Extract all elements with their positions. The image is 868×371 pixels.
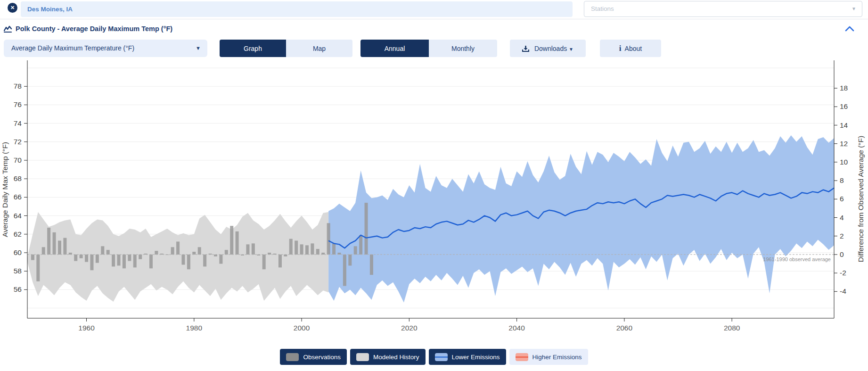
observation-bar (365, 203, 368, 255)
observation-bar (117, 255, 121, 266)
observation-bar (53, 232, 56, 255)
observation-bar (192, 252, 196, 255)
top-bar: ✕ Stations ▼ (0, 0, 868, 19)
observation-bar (236, 231, 239, 255)
observation-bar (112, 255, 115, 266)
monthly-tab[interactable]: Monthly (429, 40, 497, 57)
right-axis-title: Difference from Observed Average (°F) (857, 136, 865, 262)
observations-swatch (286, 353, 299, 361)
observation-bar (316, 249, 319, 255)
observed-average-label: 1961-1990 observed average (763, 256, 831, 262)
x-tick-label: 2040 (508, 324, 525, 332)
observation-bar (225, 250, 228, 255)
graph-tab[interactable]: Graph (220, 40, 286, 57)
observation-bar (198, 247, 201, 255)
observation-bar (219, 255, 222, 264)
right-tick-label: 18 (840, 84, 848, 92)
observation-bar (47, 228, 50, 255)
panel-title: Polk County - Average Daily Maximum Temp… (16, 25, 172, 33)
left-tick-label: 62 (14, 230, 22, 238)
right-tick-label: 2 (840, 232, 844, 240)
legend-label: Modeled History (373, 354, 419, 361)
right-tick-label: 4 (840, 214, 844, 222)
observation-bar (181, 255, 185, 265)
variable-select[interactable]: Average Daily Maximum Temperature (°F) ▼ (4, 40, 207, 57)
panel-title-row: Polk County - Average Daily Maximum Temp… (4, 25, 172, 33)
observation-bar (90, 255, 93, 270)
right-tick-label: 14 (840, 121, 848, 129)
right-tick-label: 12 (840, 140, 848, 148)
downloads-label: Downloads (534, 45, 567, 52)
observation-bar (354, 246, 357, 255)
right-tick-label: 8 (840, 176, 844, 184)
right-tick-label: 0 (840, 250, 844, 258)
legend-label: Lower Emissions (452, 354, 500, 361)
observation-bar (343, 255, 346, 286)
observation-bar (348, 255, 352, 266)
observation-bar (278, 255, 282, 267)
chart-canvas: 1961-1990 observed average78767472706866… (0, 58, 868, 342)
observation-bar (289, 239, 293, 255)
period-toggle: Annual Monthly (360, 40, 497, 57)
chart-legend: Observations Modeled History Lower Emiss… (0, 349, 868, 366)
observation-bar (187, 255, 190, 269)
left-axis-title: Average Daily Max Temp (°F) (1, 142, 9, 237)
chevron-down-icon: ▼ (852, 1, 856, 16)
about-button[interactable]: iAbout (600, 40, 661, 57)
x-tick-label: 2000 (294, 324, 310, 332)
chevron-down-icon: ▼ (196, 40, 201, 57)
chevron-up-icon (844, 25, 855, 32)
observation-bar (203, 255, 206, 266)
right-tick-label: 6 (840, 195, 844, 203)
left-tick-label: 70 (14, 156, 22, 164)
x-tick-label: 1980 (186, 324, 203, 332)
right-tick-label: -4 (840, 287, 846, 295)
legend-toggle-higher-emissions[interactable]: Higher Emissions (509, 349, 588, 365)
right-tick-label: -2 (840, 269, 846, 277)
x-tick-label: 2020 (401, 324, 418, 332)
left-tick-label: 58 (14, 267, 22, 275)
left-tick-label: 76 (14, 100, 22, 108)
stations-placeholder: Stations (591, 5, 614, 12)
observation-bar (123, 255, 126, 268)
observation-bar (230, 226, 233, 255)
observation-bar (311, 243, 314, 255)
observation-bar (36, 255, 40, 281)
map-tab[interactable]: Map (286, 40, 352, 57)
legend-toggle-observations[interactable]: Observations (280, 349, 347, 365)
downloads-button[interactable]: Downloads ▼ (510, 40, 586, 57)
observation-bar (246, 244, 249, 255)
observation-bar (106, 250, 110, 255)
left-tick-label: 78 (14, 82, 22, 90)
x-tick-label: 2080 (724, 324, 740, 332)
legend-toggle-lower-emissions[interactable]: Lower Emissions (429, 349, 506, 365)
x-tick-label: 1960 (78, 324, 95, 332)
clear-search-button[interactable]: ✕ (8, 3, 17, 13)
left-tick-label: 56 (14, 285, 22, 293)
observation-bar (370, 255, 373, 275)
left-tick-label: 60 (14, 248, 22, 256)
observation-bar (133, 255, 137, 267)
legend-toggle-modeled-history[interactable]: Modeled History (350, 349, 426, 365)
observation-bar (327, 223, 330, 255)
annual-tab[interactable]: Annual (360, 40, 429, 57)
modeled-history-swatch (356, 353, 369, 361)
right-tick-label: 16 (840, 102, 848, 110)
stations-select[interactable]: Stations ▼ (584, 1, 862, 17)
search-input[interactable] (21, 1, 573, 17)
observation-bar (74, 255, 77, 261)
observation-bar (80, 255, 83, 258)
observation-bar (171, 247, 174, 255)
controls-row: Average Daily Maximum Temperature (°F) ▼… (0, 37, 868, 59)
left-tick-label: 66 (14, 193, 22, 201)
lower-emissions-swatch (435, 353, 448, 361)
right-tick-label: 10 (840, 158, 848, 166)
observation-bar (252, 243, 255, 255)
observation-bar (96, 255, 99, 263)
observation-bar (305, 245, 309, 255)
about-label: About (625, 45, 642, 52)
legend-label: Higher Emissions (532, 354, 582, 361)
observation-bar (101, 246, 104, 255)
collapse-panel-button[interactable] (843, 24, 856, 34)
observation-bar (262, 255, 266, 269)
